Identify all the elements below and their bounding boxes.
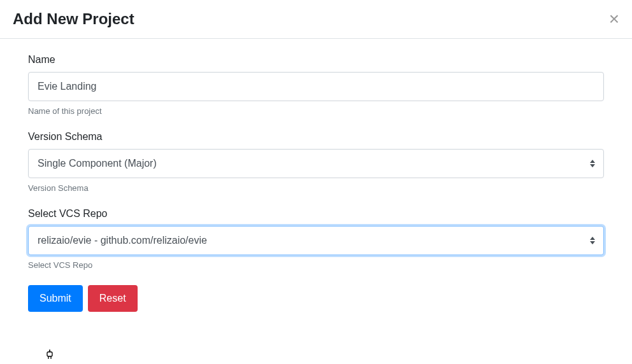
modal-body: Name Name of this project Version Schema… [0, 39, 632, 327]
vcs-repo-help: Select VCS Repo [28, 260, 604, 270]
name-input[interactable] [28, 72, 604, 101]
form-group-name: Name Name of this project [28, 54, 604, 116]
version-schema-help: Version Schema [28, 183, 604, 193]
name-label: Name [28, 54, 604, 66]
button-row: Submit Reset [28, 285, 604, 312]
cursor-icon [47, 349, 57, 364]
vcs-repo-select[interactable]: relizaio/evie - github.com/relizaio/evie [28, 226, 604, 255]
name-help: Name of this project [28, 106, 604, 116]
close-button[interactable]: × [609, 10, 619, 28]
form-group-vcs-repo: Select VCS Repo relizaio/evie - github.c… [28, 208, 604, 270]
vcs-repo-label: Select VCS Repo [28, 208, 604, 220]
modal-header: Add New Project × [0, 0, 632, 39]
reset-button[interactable]: Reset [88, 285, 138, 312]
submit-button[interactable]: Submit [28, 285, 83, 312]
form-group-version-schema: Version Schema Single Component (Major) … [28, 131, 604, 193]
version-schema-label: Version Schema [28, 131, 604, 143]
version-schema-select[interactable]: Single Component (Major) [28, 149, 604, 178]
close-icon: × [609, 9, 619, 29]
modal-title: Add New Project [13, 10, 134, 28]
